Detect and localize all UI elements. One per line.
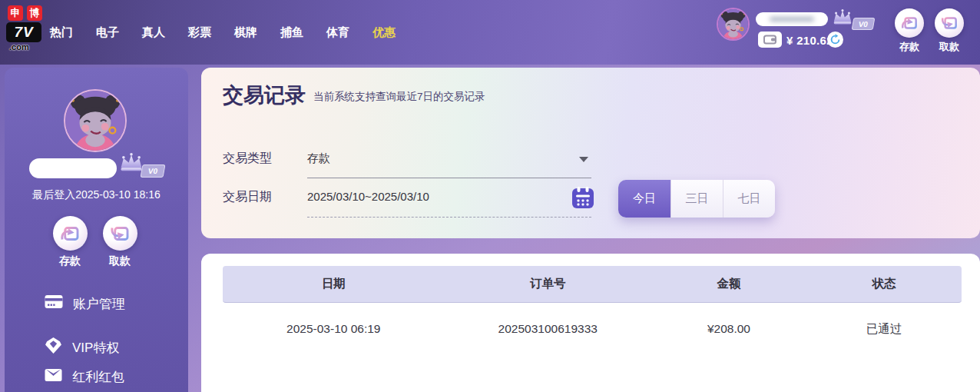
sidebar-item-account[interactable]: 账户管理 <box>45 293 125 314</box>
balance-display: ¥ 210.62 <box>786 34 833 47</box>
transaction-type-label: 交易类型 <box>223 151 272 167</box>
transaction-type-select[interactable]: 存款 <box>307 151 330 166</box>
sidebar-avatar <box>64 89 127 152</box>
withdraw-button[interactable]: 取款 <box>932 8 966 54</box>
last-login-text: 最后登入2025-03-10 18:16 <box>5 188 188 202</box>
sidebar-item-label: VIP特权 <box>72 339 119 357</box>
wallet-icon <box>758 32 782 48</box>
column-header-amount: 金额 <box>651 276 806 292</box>
type-underline <box>307 178 591 178</box>
row-status: 已通过 <box>806 321 962 337</box>
brand-logo[interactable]: 申 博 7V .com <box>6 5 46 56</box>
deposit-label: 存款 <box>892 40 926 54</box>
brand-badge-right: 博 <box>27 5 42 21</box>
sidebar-withdraw-button[interactable]: 取款 <box>97 216 143 268</box>
deposit-button[interactable]: 存款 <box>892 8 926 54</box>
transaction-records-page: 申 博 7V .com 热门 电子 真人 彩票 棋牌 捕鱼 体育 优惠 V0 <box>0 0 980 392</box>
sidebar-vip-level-badge: V0 <box>141 164 166 178</box>
transaction-date-label: 交易日期 <box>223 189 272 205</box>
sidebar-withdraw-icon <box>103 216 137 251</box>
row-date: 2025-03-10 06:19 <box>223 322 445 336</box>
sidebar-item-label: 红利红包 <box>72 368 124 386</box>
date-range-segment: 今日 三日 七日 <box>618 180 775 218</box>
title-row: 交易记录 当前系统支持查询最近7日的交易记录 <box>223 83 485 108</box>
table-header-row: 日期 订单号 金额 状态 <box>223 266 962 303</box>
vip-level-badge: V0 <box>852 18 876 30</box>
filter-panel: 交易记录 当前系统支持查询最近7日的交易记录 交易类型 存款 交易日期 2025… <box>201 68 980 238</box>
sidebar-deposit-label: 存款 <box>47 254 93 268</box>
gem-icon <box>45 337 62 358</box>
row-amount: ¥208.00 <box>651 322 806 336</box>
nav-item-sports[interactable]: 体育 <box>326 25 349 40</box>
nav-item-cards[interactable]: 棋牌 <box>234 25 257 40</box>
brand-name: 7V <box>6 22 41 42</box>
column-header-status: 状态 <box>806 276 962 292</box>
nav-item-lottery[interactable]: 彩票 <box>188 25 211 40</box>
chevron-down-icon[interactable] <box>579 157 588 162</box>
nav-item-promo[interactable]: 优惠 <box>372 25 396 40</box>
deposit-icon <box>895 8 924 38</box>
range-seven-days-button[interactable]: 七日 <box>723 180 775 218</box>
sidebar: V0 最后登入2025-03-10 18:16 存款 取款 <box>5 68 188 392</box>
sidebar-item-bonus[interactable]: 红利红包 <box>45 366 124 387</box>
calendar-icon[interactable] <box>572 187 594 208</box>
user-avatar[interactable] <box>717 8 750 41</box>
sidebar-deposit-button[interactable]: 存款 <box>47 216 93 268</box>
page-title: 交易记录 <box>223 83 306 108</box>
username-masked <box>756 12 828 26</box>
sidebar-item-label: 账户管理 <box>73 295 125 313</box>
balance-currency: ¥ <box>786 34 793 47</box>
column-header-date: 日期 <box>223 276 445 292</box>
sidebar-withdraw-label: 取款 <box>97 254 143 268</box>
nav-item-slots[interactable]: 电子 <box>96 25 119 40</box>
bank-card-icon <box>45 294 63 313</box>
refresh-balance-icon[interactable] <box>827 32 843 48</box>
table-row: 2025-03-10 06:19 202503100619333 ¥208.00… <box>223 303 962 355</box>
range-three-days-button[interactable]: 三日 <box>670 180 723 218</box>
withdraw-icon <box>935 8 964 38</box>
records-table-panel: 日期 订单号 金额 状态 2025-03-10 06:19 2025031006… <box>201 254 980 392</box>
main-nav: 热门 电子 真人 彩票 棋牌 捕鱼 体育 优惠 <box>50 0 396 65</box>
top-navigation-bar: 申 博 7V .com 热门 电子 真人 彩票 棋牌 捕鱼 体育 优惠 V0 <box>0 0 980 65</box>
nav-item-live[interactable]: 真人 <box>142 25 165 40</box>
sidebar-username-masked <box>29 158 117 178</box>
nav-item-hot[interactable]: 热门 <box>50 25 73 40</box>
column-header-order: 订单号 <box>445 276 651 292</box>
range-today-button[interactable]: 今日 <box>618 180 670 218</box>
envelope-icon <box>45 368 62 386</box>
row-order-no: 202503100619333 <box>445 322 651 336</box>
date-underline <box>307 217 591 218</box>
crown-icon <box>831 8 854 29</box>
brand-badge-left: 申 <box>8 5 23 21</box>
nav-item-fishing[interactable]: 捕鱼 <box>280 25 303 40</box>
withdraw-label: 取款 <box>932 40 966 54</box>
brand-tld: .com <box>9 42 46 51</box>
sidebar-item-vip[interactable]: VIP特权 <box>45 337 119 358</box>
page-subtitle: 当前系统支持查询最近7日的交易记录 <box>313 90 485 108</box>
sidebar-deposit-icon <box>53 216 88 251</box>
transaction-date-input[interactable]: 2025/03/10~2025/03/10 <box>307 190 429 203</box>
